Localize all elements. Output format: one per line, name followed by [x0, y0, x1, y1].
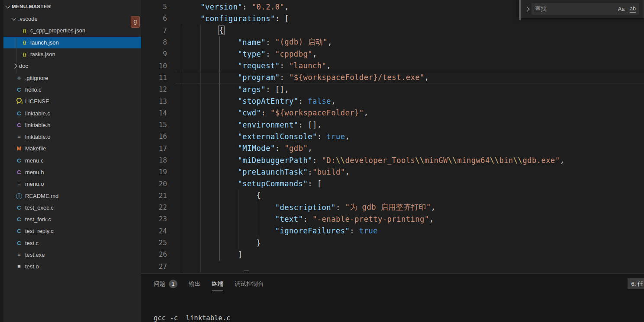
line-number: 9 [141, 50, 176, 58]
code-line[interactable]: 25 } [141, 237, 644, 249]
code-editor[interactable]: 5 "version": "0.2.0",6 "configurations":… [141, 0, 644, 273]
sidebar-item--gitignore[interactable]: ◆.gitignore [3, 72, 141, 83]
sidebar-item-test-fork-c[interactable]: Ctest_fork.c [3, 214, 141, 225]
code-line[interactable]: 22 "description": "为 gdb 启用整齐打印", [141, 201, 644, 213]
panel-tab-输出[interactable]: 输出 [189, 278, 200, 291]
find-options: Aa ab [618, 3, 636, 15]
code-line[interactable]: 24 "ignoreFailures": true [141, 225, 644, 237]
sidebar-item-test-exe[interactable]: ≡test.exe [3, 249, 141, 261]
item-label: menu.o [25, 181, 44, 187]
sidebar-item-menu-o[interactable]: ≡menu.o [3, 178, 141, 190]
object-file-icon: ≡ [16, 252, 23, 258]
panel-tab-终端[interactable]: 终端 [212, 278, 223, 291]
c-source-icon: C [16, 204, 23, 211]
c-source-icon: C [16, 240, 23, 246]
code-line[interactable]: 7 { [141, 25, 644, 36]
code-line[interactable]: 10 "request": "launch", [141, 60, 644, 71]
vscode-window: MENU-MASTER .vscode{}c_cpp_properties.js… [0, 0, 644, 322]
line-text: "externalConsole": true, [176, 131, 644, 142]
code-line[interactable]: 16 "externalConsole": true, [141, 131, 644, 142]
whole-word-icon[interactable]: ab [630, 6, 636, 13]
item-label: menu.c [25, 157, 44, 164]
explorer-root-title: MENU-MASTER [12, 4, 51, 9]
c-header-icon: C [16, 122, 23, 128]
line-text: "setupCommands": [ [176, 178, 644, 189]
line-text: ] [176, 249, 644, 260]
object-file-icon: ≡ [16, 181, 23, 187]
code-line[interactable]: 18 "miDebuggerPath": "D:\\developer_Tool… [141, 154, 644, 166]
sidebar-item-c-cpp-properties-json[interactable]: {}c_cpp_properties.json [3, 25, 141, 36]
terminal-picker-dropdown[interactable]: 6: 任 [628, 278, 644, 289]
item-label: README.md [25, 193, 58, 199]
line-text: "stopAtEntry": false, [176, 95, 644, 107]
panel-tab-label: 输出 [189, 280, 200, 288]
line-text: "description": "为 gdb 启用整齐打印", [176, 201, 644, 213]
sidebar-item-linktable-c[interactable]: Clinktable.c [3, 107, 141, 119]
explorer-sidebar: MENU-MASTER .vscode{}c_cpp_properties.js… [3, 0, 141, 322]
find-widget-sash[interactable] [519, 0, 521, 20]
sidebar-item-test-o[interactable]: ≡test.o [3, 261, 141, 272]
sidebar-item-test-reply-c[interactable]: Ctest_reply.c [3, 225, 141, 237]
code-line[interactable]: 27 [141, 261, 644, 272]
activity-bar-edge [0, 0, 3, 322]
problems-count-badge: 1 [169, 280, 177, 288]
sidebar-item-menu-h[interactable]: Cmenu.h [3, 166, 141, 178]
item-label: hello.c [25, 86, 42, 93]
code-line[interactable]: 17 "MIMode": "gdb", [141, 143, 644, 154]
sidebar-item-test-exec-c[interactable]: Ctest_exec.c [3, 202, 141, 214]
code-line[interactable]: 13 "stopAtEntry": false, [141, 95, 644, 107]
code-line[interactable]: 19 "preLaunchTask":"build", [141, 166, 644, 178]
item-label: linktable.c [25, 110, 50, 117]
sidebar-item-menu-c[interactable]: Cmenu.c [3, 155, 141, 166]
find-replace-toggle-button[interactable] [523, 7, 531, 11]
panel-tab-label: 调试控制台 [235, 280, 264, 288]
sidebar-item-hello-c[interactable]: Chello.c [3, 84, 141, 96]
line-number: 23 [141, 215, 176, 223]
find-widget: Aa ab [519, 0, 644, 18]
line-number: 7 [141, 26, 176, 35]
c-source-icon: C [16, 216, 23, 223]
code-line[interactable]: 14 "cwd": "${workspaceFolder}", [141, 107, 644, 119]
match-case-icon[interactable]: Aa [618, 6, 625, 12]
json-icon: {} [21, 28, 28, 33]
code-line[interactable]: 15 "environment": [], [141, 119, 644, 131]
makefile-icon: M [16, 145, 23, 152]
panel-tab-问题[interactable]: 问题1 [154, 278, 177, 292]
item-label: menu.h [25, 169, 44, 175]
code-line[interactable]: 8 "name": "(gdb) 启动", [141, 36, 644, 48]
code-line[interactable]: 21 { [141, 190, 644, 201]
terminal-output: gcc -c linktable.c [154, 314, 230, 322]
line-number: 15 [141, 121, 176, 129]
explorer-section-header[interactable]: MENU-MASTER [3, 0, 141, 13]
sidebar-item-readme-md[interactable]: iREADME.md [3, 190, 141, 201]
code-line[interactable]: 26 ] [141, 249, 644, 260]
sidebar-item-launch-json[interactable]: {}launch.json [3, 37, 141, 48]
sidebar-item-linktable-h[interactable]: Clinktable.h [3, 119, 141, 131]
sidebar-item-doc[interactable]: doc [3, 60, 141, 72]
file-tree: .vscode{}c_cpp_properties.json{}launch.j… [3, 13, 141, 273]
line-number: 20 [141, 180, 176, 188]
line-number: 22 [141, 203, 176, 211]
panel-tab-调试控制台[interactable]: 调试控制台 [235, 278, 264, 291]
line-number: 19 [141, 168, 176, 176]
sidebar-item-makefile[interactable]: MMakefile [3, 143, 141, 154]
sidebar-item-test-c[interactable]: Ctest.c [3, 237, 141, 249]
sidebar-item-tasks-json[interactable]: {}tasks.json [3, 48, 141, 60]
sidebar-item-license[interactable]: LICENSE [3, 96, 141, 107]
sidebar-item-linktable-o[interactable]: ≡linktable.o [3, 131, 141, 143]
code-line[interactable]: 23 "text": "-enable-pretty-printing", [141, 213, 644, 225]
item-label: test_reply.c [25, 228, 54, 234]
line-text: "args": [], [176, 83, 644, 95]
line-number: 14 [141, 109, 176, 117]
find-input-wrap: Aa ab [531, 3, 639, 15]
code-line[interactable]: 20 "setupCommands": [ [141, 178, 644, 189]
sidebar-item--vscode[interactable]: .vscode [3, 13, 141, 25]
chevron-down-icon [11, 16, 16, 20]
line-text: "MIMode": "gdb", [176, 143, 644, 154]
code-line[interactable]: 9 "type": "cppdbg", [141, 48, 644, 60]
line-text: "name": "(gdb) 启动", [176, 36, 644, 48]
item-label: LICENSE [25, 98, 49, 105]
code-line[interactable]: 12 "args": [], [141, 83, 644, 95]
code-line[interactable]: 11 "program": "${workspaceFolder}/test.e… [141, 72, 644, 83]
license-icon [16, 98, 23, 105]
